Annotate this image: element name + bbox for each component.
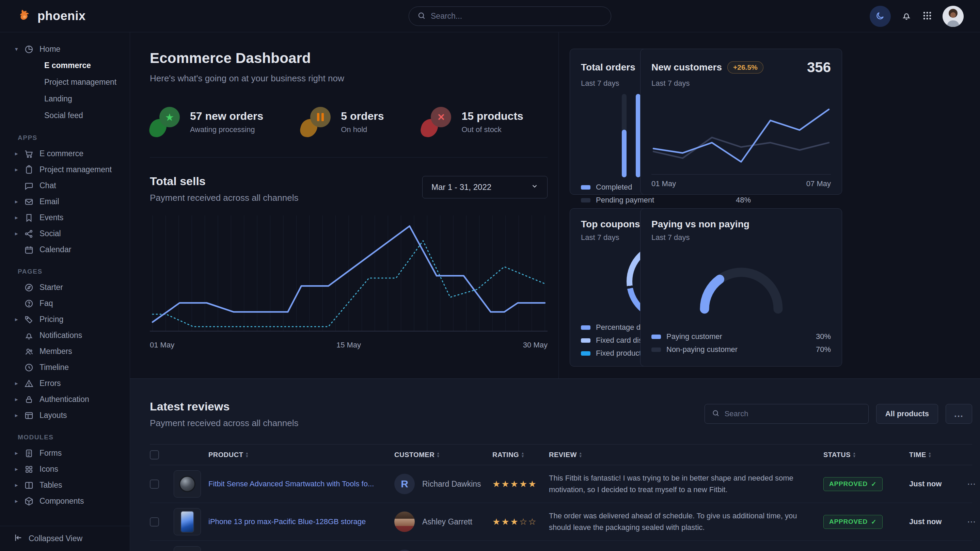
product-link[interactable]: iPhone 13 pro max-Pacific Blue-128GB sto… xyxy=(208,517,394,527)
stat-new-orders: ★ 57 new orders Awating processing xyxy=(150,106,263,138)
user-avatar[interactable] xyxy=(943,6,964,27)
sidebar-item-notifications[interactable]: ▸ Notifications xyxy=(0,327,130,343)
sidebar-item-chat[interactable]: ▸ Chat xyxy=(0,178,130,194)
all-products-button[interactable]: All products xyxy=(876,404,938,424)
page-subtitle: Here's what's going on at your business … xyxy=(150,73,558,84)
latest-reviews-subtitle: Payment received across all channels xyxy=(150,418,298,429)
total-sells-x-axis: 01 May 15 May 30 May xyxy=(150,341,547,349)
moon-icon xyxy=(875,11,885,22)
avatar: R xyxy=(394,474,415,494)
product-thumbnail[interactable] xyxy=(173,546,201,551)
product-link[interactable]: Fitbit Sense Advanced Smartwatch with To… xyxy=(208,479,394,489)
time-cell: Just now xyxy=(909,517,967,526)
stat-orders-on-hold: 5 orders On hold xyxy=(301,106,384,138)
bell-icon xyxy=(901,10,912,22)
sidebar-item-social[interactable]: ▸ Social xyxy=(0,225,130,241)
caret-right-icon: ▸ xyxy=(15,465,21,473)
column-header-status[interactable]: STATUS▴▾ xyxy=(823,451,909,459)
nine-dots-icon xyxy=(922,11,932,22)
row-actions-button[interactable]: ⋯ xyxy=(967,517,978,527)
paying-title: Paying vs non paying xyxy=(651,219,749,230)
paying-vs-nonpaying-card: Paying vs non paying Last 7 days Paying … xyxy=(640,208,842,367)
caret-right-icon: ▸ xyxy=(15,166,21,173)
row-actions-button[interactable]: ⋯ xyxy=(967,479,978,489)
sidebar-item-faq[interactable]: ▸ Faq xyxy=(0,295,130,311)
new-customers-badge: +26.5% xyxy=(727,61,764,73)
reviews-search[interactable] xyxy=(705,404,869,424)
column-header-review[interactable]: REVIEW▴▾ xyxy=(549,451,823,459)
sidebar-item-timeline[interactable]: ▸ Timeline xyxy=(0,359,130,375)
top-coupons-title: Top coupons xyxy=(581,219,640,230)
lock-icon xyxy=(24,394,34,405)
sidebar-item-tables[interactable]: ▸ Tables xyxy=(0,477,130,493)
notifications-button[interactable] xyxy=(901,10,912,22)
product-thumbnail[interactable] xyxy=(173,470,201,497)
row-checkbox[interactable] xyxy=(150,480,159,489)
table-row: iPhone 13 pro max-Pacific Blue-128GB sto… xyxy=(150,503,972,541)
check-icon: ✓ xyxy=(871,518,877,526)
collapse-sidebar-button[interactable]: Collapsed View xyxy=(0,526,130,551)
bookmark-icon xyxy=(24,213,34,223)
theme-toggle-button[interactable] xyxy=(870,6,891,27)
sidebar-item-home[interactable]: ▾ Home xyxy=(0,41,130,57)
sidebar-item-components[interactable]: ▸ Components xyxy=(0,493,130,509)
sidebar-item-members[interactable]: ▸ Members xyxy=(0,343,130,359)
sidebar-item-pricing[interactable]: ▸ Pricing xyxy=(0,311,130,327)
navbar-search[interactable] xyxy=(409,6,611,26)
navbar-search-input[interactable] xyxy=(431,11,603,21)
table-row-partial xyxy=(150,541,972,551)
row-checkbox[interactable] xyxy=(150,517,159,527)
latest-reviews-section: Latest reviews Payment received across a… xyxy=(130,378,980,551)
select-all-checkbox[interactable] xyxy=(150,450,159,459)
column-header-product[interactable]: PRODUCT▴▾ xyxy=(208,451,394,459)
sidebar-item-icons[interactable]: ▸ Icons xyxy=(0,461,130,477)
calendar-icon xyxy=(24,245,34,255)
sidebar-item-forms[interactable]: ▸ Forms xyxy=(0,445,130,461)
apps-grid-button[interactable] xyxy=(922,11,932,22)
reviews-table: PRODUCT▴▾ CUSTOMER▴▾ RATING▴▾ REVIEW▴▾ S… xyxy=(150,444,972,551)
column-header-customer[interactable]: CUSTOMER▴▾ xyxy=(394,451,492,459)
rating-stars: ★★★☆☆ xyxy=(492,517,549,527)
logo[interactable]: phoenix xyxy=(18,8,86,24)
table-icon xyxy=(24,480,34,491)
sidebar-subitem-project-management[interactable]: Project management xyxy=(0,74,130,91)
caret-right-icon: ▸ xyxy=(15,150,21,157)
phoenix-flame-icon xyxy=(18,8,33,24)
reviews-search-input[interactable] xyxy=(725,410,862,418)
main-left-column: Ecommerce Dashboard Here's what's going … xyxy=(130,32,559,378)
product-thumbnail[interactable] xyxy=(173,508,201,535)
caret-right-icon: ▸ xyxy=(15,481,21,489)
column-header-time[interactable]: TIME▴▾ xyxy=(909,451,967,459)
time-cell: Just now xyxy=(909,480,967,488)
sidebar-item-authentication[interactable]: ▸ Authentication xyxy=(0,391,130,407)
sort-icon: ▴▾ xyxy=(437,452,439,458)
sort-icon: ▴▾ xyxy=(853,452,855,458)
reviews-more-button[interactable]: ... xyxy=(946,404,972,424)
sidebar-item-project-management-app[interactable]: ▸ Project management xyxy=(0,162,130,178)
box-icon xyxy=(24,496,34,507)
table-row: Fitbit Sense Advanced Smartwatch with To… xyxy=(150,465,972,503)
sidebar-subitem-social-feed[interactable]: Social feed xyxy=(0,107,130,124)
status-badge: APPROVED✓ xyxy=(823,477,883,491)
legend-swatch xyxy=(651,335,661,339)
sidebar-item-ecommerce-app[interactable]: ▸ E commerce xyxy=(0,146,130,162)
sidebar-item-email[interactable]: ▸ Email xyxy=(0,194,130,210)
sidebar-item-events[interactable]: ▸ Events xyxy=(0,210,130,225)
sort-icon: ▴▾ xyxy=(246,452,248,458)
share-icon xyxy=(24,229,34,239)
check-icon: ✓ xyxy=(871,480,877,488)
sidebar-section-apps: APPS xyxy=(18,134,130,141)
review-text: The order was delivered ahead of schedul… xyxy=(549,510,823,533)
sidebar-item-errors[interactable]: ▸ Errors xyxy=(0,375,130,391)
column-header-rating[interactable]: RATING▴▾ xyxy=(492,451,549,459)
customer-cell: Ashley Garrett xyxy=(394,511,492,532)
app-root: phoenix xyxy=(0,0,980,551)
sidebar-subitem-ecommerce[interactable]: E commerce xyxy=(0,57,130,74)
sidebar-item-layouts[interactable]: ▸ Layouts xyxy=(0,407,130,423)
sidebar-item-starter[interactable]: ▸ Starter xyxy=(0,279,130,295)
caret-right-icon: ▸ xyxy=(15,497,21,505)
sidebar-subitem-landing[interactable]: Landing xyxy=(0,91,130,107)
date-range-select[interactable]: Mar 1 - 31, 2022 xyxy=(422,176,547,198)
sidebar-item-calendar[interactable]: ▸ Calendar xyxy=(0,241,130,258)
tag-icon xyxy=(24,314,34,325)
